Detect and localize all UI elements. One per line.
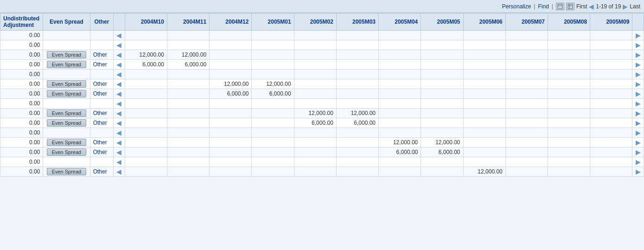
scroll-right-arrow[interactable]: ▶ xyxy=(636,158,641,166)
nav-next-arrow[interactable]: ▶ xyxy=(623,3,628,10)
icon-btn-2[interactable] xyxy=(566,3,574,10)
cell-arrow-left[interactable]: ◀ xyxy=(114,147,125,157)
other-link[interactable]: Other xyxy=(93,139,107,146)
cell-m06 xyxy=(463,60,505,70)
scroll-left-arrow[interactable]: ◀ xyxy=(116,119,121,127)
cell-m12 xyxy=(210,31,252,40)
cell-arrow-right[interactable]: ▶ xyxy=(632,40,644,50)
cell-m12 xyxy=(210,70,252,79)
cell-arrow-left[interactable]: ◀ xyxy=(114,157,125,167)
cell-arrow-right[interactable]: ▶ xyxy=(632,79,644,89)
scroll-left-arrow[interactable]: ◀ xyxy=(116,41,121,49)
other-link[interactable]: Other xyxy=(93,61,107,68)
other-link[interactable]: Other xyxy=(93,81,107,87)
even-spread-button[interactable]: Even Spread xyxy=(47,51,86,58)
cell-arrow-right[interactable]: ▶ xyxy=(632,118,644,128)
even-spread-button[interactable]: Even Spread xyxy=(47,109,86,117)
cell-arrow-left[interactable]: ◀ xyxy=(114,50,125,60)
other-link[interactable]: Other xyxy=(93,110,107,116)
scroll-left-arrow[interactable]: ◀ xyxy=(116,148,121,156)
nav-last[interactable]: Last xyxy=(630,3,640,10)
scroll-left-arrow[interactable]: ◀ xyxy=(116,51,121,58)
cell-arrow-left[interactable]: ◀ xyxy=(114,99,125,109)
scroll-right-arrow[interactable]: ▶ xyxy=(636,41,641,49)
cell-arrow-left[interactable]: ◀ xyxy=(114,79,125,89)
other-link[interactable]: Other xyxy=(93,120,107,126)
cell-arrow-left[interactable]: ◀ xyxy=(114,31,125,40)
even-spread-button[interactable]: Even Spread xyxy=(47,80,86,88)
cell-arrow-right[interactable]: ▶ xyxy=(632,157,644,167)
cell-arrow-right[interactable]: ▶ xyxy=(632,167,644,177)
cell-arrow-left[interactable]: ◀ xyxy=(114,167,125,177)
scroll-right-arrow[interactable]: ▶ xyxy=(636,32,641,39)
scroll-right-arrow[interactable]: ▶ xyxy=(636,80,641,88)
scroll-right-arrow[interactable]: ▶ xyxy=(636,61,641,68)
scroll-right-arrow[interactable]: ▶ xyxy=(636,119,641,127)
other-link[interactable]: Other xyxy=(93,90,107,97)
scroll-left-arrow[interactable]: ◀ xyxy=(116,71,121,78)
scroll-right-arrow[interactable]: ▶ xyxy=(636,139,641,146)
cell-m04 xyxy=(379,118,421,128)
cell-m06 xyxy=(463,147,505,157)
scroll-right-arrow[interactable]: ▶ xyxy=(636,109,641,117)
scroll-right-arrow[interactable]: ▶ xyxy=(636,168,641,175)
cell-arrow-right[interactable]: ▶ xyxy=(632,89,644,99)
scroll-left-arrow[interactable]: ◀ xyxy=(116,90,121,97)
cell-arrow-left[interactable]: ◀ xyxy=(114,89,125,99)
cell-arrow-right[interactable]: ▶ xyxy=(632,128,644,138)
other-link[interactable]: Other xyxy=(93,149,107,155)
nav-first[interactable]: First xyxy=(576,3,587,10)
even-spread-button[interactable]: Even Spread xyxy=(47,61,86,68)
scroll-left-arrow[interactable]: ◀ xyxy=(116,32,121,39)
scroll-right-arrow[interactable]: ▶ xyxy=(636,100,641,107)
personalize-link[interactable]: Personalize xyxy=(502,3,531,10)
nav-prev-arrow[interactable]: ◀ xyxy=(589,3,594,10)
scroll-right-arrow[interactable]: ▶ xyxy=(636,51,641,58)
cell-m01 xyxy=(252,147,294,157)
even-spread-button[interactable]: Even Spread xyxy=(47,119,86,127)
cell-arrow-left[interactable]: ◀ xyxy=(114,118,125,128)
scroll-left-arrow[interactable]: ◀ xyxy=(116,100,121,107)
cell-arrow-left[interactable]: ◀ xyxy=(114,128,125,138)
cell-arrow-right[interactable]: ▶ xyxy=(632,60,644,70)
cell-arrow-left[interactable]: ◀ xyxy=(114,138,125,147)
scroll-left-arrow[interactable]: ◀ xyxy=(116,109,121,117)
even-spread-button[interactable]: Even Spread xyxy=(47,139,86,146)
scroll-left-arrow[interactable]: ◀ xyxy=(116,168,121,175)
scroll-left-arrow[interactable]: ◀ xyxy=(116,139,121,146)
cell-arrow-right[interactable]: ▶ xyxy=(632,109,644,118)
scroll-left-arrow[interactable]: ◀ xyxy=(116,158,121,166)
scroll-right-arrow[interactable]: ▶ xyxy=(636,90,641,97)
even-spread-button[interactable]: Even Spread xyxy=(47,168,86,175)
cell-arrow-right[interactable]: ▶ xyxy=(632,70,644,79)
cell-other: Other xyxy=(90,79,114,89)
cell-arrow-right[interactable]: ▶ xyxy=(632,50,644,60)
scroll-right-arrow[interactable]: ▶ xyxy=(636,148,641,156)
cell-arrow-right[interactable]: ▶ xyxy=(632,138,644,147)
scroll-left-arrow[interactable]: ◀ xyxy=(116,80,121,88)
cell-arrow-left[interactable]: ◀ xyxy=(114,60,125,70)
cell-arrow-left[interactable]: ◀ xyxy=(114,109,125,118)
cell-m12 xyxy=(210,138,252,147)
find-link[interactable]: Find xyxy=(538,3,548,10)
cell-other: Other xyxy=(90,147,114,157)
even-spread-button[interactable]: Even Spread xyxy=(47,148,86,156)
even-spread-button[interactable]: Even Spread xyxy=(47,90,86,97)
icon-btn-1[interactable] xyxy=(556,3,564,10)
header-2005m02: 2005M02 xyxy=(294,13,336,31)
other-link[interactable]: Other xyxy=(93,51,107,58)
cell-m07 xyxy=(505,89,548,99)
cell-arrow-right[interactable]: ▶ xyxy=(632,99,644,109)
cell-other: Other xyxy=(90,138,114,147)
scroll-left-arrow[interactable]: ◀ xyxy=(116,61,121,68)
scroll-right-arrow[interactable]: ▶ xyxy=(636,129,641,136)
cell-arrow-right[interactable]: ▶ xyxy=(632,31,644,40)
cell-arrow-left[interactable]: ◀ xyxy=(114,70,125,79)
cell-arrow-left[interactable]: ◀ xyxy=(114,40,125,50)
header-2005m04: 2005M04 xyxy=(379,13,421,31)
cell-arrow-right[interactable]: ▶ xyxy=(632,147,644,157)
cell-m10 xyxy=(125,40,167,50)
scroll-right-arrow[interactable]: ▶ xyxy=(636,71,641,78)
scroll-left-arrow[interactable]: ◀ xyxy=(116,129,121,136)
other-link[interactable]: Other xyxy=(93,168,107,175)
